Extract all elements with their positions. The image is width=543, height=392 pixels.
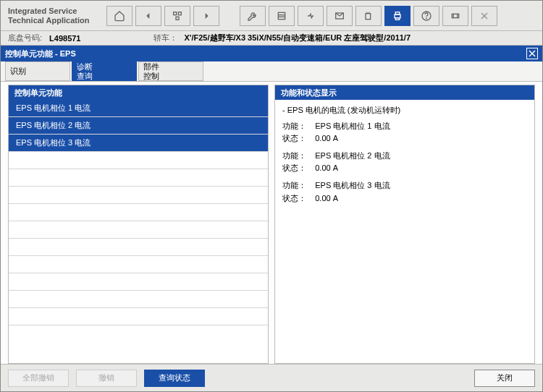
reset-all-button: 全部撤销 xyxy=(8,370,69,387)
list-item[interactable] xyxy=(9,308,268,325)
svg-rect-1 xyxy=(178,12,181,14)
status-entry: 状态： 0.00 A xyxy=(282,192,527,205)
connector-button[interactable] xyxy=(298,6,324,26)
header: Integrated Service Technical Application xyxy=(1,1,542,31)
button-label: 全部撤销 xyxy=(22,372,54,383)
vehicle-label: 轿车： xyxy=(153,33,177,43)
list-item[interactable]: EPS 电机相位 2 电流 xyxy=(9,117,268,135)
battery-button[interactable] xyxy=(355,6,382,26)
list-button[interactable] xyxy=(269,6,295,26)
func-value: EPS 电机相位 1 电流 xyxy=(315,122,390,130)
status-entry: 功能： EPS 电机相位 3 电流 xyxy=(282,179,527,192)
list-item[interactable]: EPS 电机相位 3 电流 xyxy=(9,135,268,152)
tab-label: 识别 xyxy=(10,67,26,75)
list-item[interactable] xyxy=(9,291,268,308)
stat-value: 0.00 A xyxy=(315,163,338,172)
tab-component[interactable]: 部件 控制 xyxy=(138,61,203,81)
svg-rect-11 xyxy=(395,12,399,14)
left-panel-header: 控制单元功能 xyxy=(9,85,268,100)
info-bar: 底盘号码: L498571 轿车： X'/F25/越野车/X3 35iX/N55… xyxy=(1,31,542,46)
wrench-button[interactable] xyxy=(240,6,266,26)
button-label: 关闭 xyxy=(497,372,513,383)
close-section-button[interactable] xyxy=(526,48,538,59)
svg-point-14 xyxy=(426,18,427,19)
list-item-label: EPS 电机相位 2 电流 xyxy=(16,120,90,131)
func-value: EPS 电机相位 3 电流 xyxy=(315,181,390,189)
list-item-label: EPS 电机相位 1 电流 xyxy=(16,103,90,114)
stat-label: 状态： xyxy=(282,163,306,172)
list-item[interactable] xyxy=(9,169,268,187)
button-label: 撤销 xyxy=(98,372,114,383)
vehicle-value: X'/F25/越野车/X3 35iX/N55/自动变速箱/EUR 左座驾驶型/2… xyxy=(185,33,411,43)
section-title: 控制单元功能 - EPS xyxy=(5,48,76,59)
stat-label: 状态： xyxy=(282,134,306,142)
settings-button[interactable] xyxy=(442,6,468,26)
list-item[interactable]: EPS 电机相位 1 电流 xyxy=(9,100,268,117)
left-panel-body: EPS 电机相位 1 电流 EPS 电机相位 2 电流 EPS 电机相位 3 电… xyxy=(9,100,268,363)
title-line1: Integrated Service xyxy=(8,7,106,16)
tab-diagnosis[interactable]: 诊断 查询 xyxy=(72,61,137,81)
stat-value: 0.00 A xyxy=(315,134,338,142)
right-panel-header: 功能和状态显示 xyxy=(275,85,534,100)
query-status-button[interactable]: 查询状态 xyxy=(144,370,205,387)
title-line2: Technical Application xyxy=(8,16,106,25)
app-window: Integrated Service Technical Application… xyxy=(0,0,543,392)
content: 控制单元功能 EPS 电机相位 1 电流 EPS 电机相位 2 电流 EPS 电… xyxy=(1,82,542,364)
close-app-button[interactable] xyxy=(471,6,497,26)
func-value: EPS 电机相位 2 电流 xyxy=(315,151,390,160)
status-entry: 功能： EPS 电机相位 1 电流 xyxy=(282,120,527,133)
status-entry: 状态： 0.00 A xyxy=(282,132,527,145)
back-button[interactable] xyxy=(135,6,161,26)
stat-value: 0.00 A xyxy=(315,194,338,203)
func-label: 功能： xyxy=(282,181,306,189)
list-item[interactable] xyxy=(9,239,268,256)
print-button[interactable] xyxy=(384,6,411,26)
list-item[interactable] xyxy=(9,256,268,273)
func-label: 功能： xyxy=(282,151,306,160)
app-title: Integrated Service Technical Application xyxy=(5,7,106,25)
left-panel: 控制单元功能 EPS 电机相位 1 电流 EPS 电机相位 2 电流 EPS 电… xyxy=(8,85,269,364)
svg-rect-7 xyxy=(366,13,371,19)
list-item-label: EPS 电机相位 3 电流 xyxy=(16,137,90,148)
right-panel: 功能和状态显示 - EPS 电机的电流 (发动机运转时) 功能： EPS 电机相… xyxy=(274,85,535,364)
list-item[interactable] xyxy=(9,152,268,169)
list-item[interactable] xyxy=(9,187,268,204)
stat-label: 状态： xyxy=(282,194,306,203)
chassis-label: 底盘号码: xyxy=(8,33,42,43)
reset-button: 撤销 xyxy=(76,370,137,387)
tree-button[interactable] xyxy=(164,6,190,26)
close-button[interactable]: 关闭 xyxy=(474,370,535,387)
footer: 全部撤销 撤销 查询状态 关闭 xyxy=(1,364,542,391)
tab-label: 部件 控制 xyxy=(143,62,159,80)
section-title-bar: 控制单元功能 - EPS xyxy=(1,46,542,61)
help-button[interactable] xyxy=(413,6,439,26)
list-item[interactable] xyxy=(9,204,268,221)
mail-button[interactable] xyxy=(327,6,353,26)
svg-rect-3 xyxy=(278,12,285,19)
list-item[interactable] xyxy=(9,273,268,291)
tab-identify[interactable]: 识别 xyxy=(5,61,70,81)
button-label: 查询状态 xyxy=(159,372,190,383)
func-label: 功能： xyxy=(282,122,306,130)
forward-button[interactable] xyxy=(193,6,219,26)
list-item[interactable] xyxy=(9,221,268,239)
home-button[interactable] xyxy=(106,6,132,26)
tab-label: 诊断 查询 xyxy=(77,62,93,80)
svg-rect-12 xyxy=(395,17,399,20)
svg-rect-10 xyxy=(395,14,400,18)
svg-rect-2 xyxy=(176,17,179,20)
status-entry: 状态： 0.00 A xyxy=(282,162,527,175)
chassis-value: L498571 xyxy=(49,34,80,43)
right-panel-body: - EPS 电机的电流 (发动机运转时) 功能： EPS 电机相位 1 电流 状… xyxy=(275,100,534,363)
toolbar xyxy=(106,6,538,26)
tabs-row: 识别 诊断 查询 部件 控制 xyxy=(1,61,542,82)
status-heading: - EPS 电机的电流 (发动机运转时) xyxy=(282,104,527,117)
status-entry: 功能： EPS 电机相位 2 电流 xyxy=(282,150,527,163)
svg-rect-0 xyxy=(174,12,177,14)
